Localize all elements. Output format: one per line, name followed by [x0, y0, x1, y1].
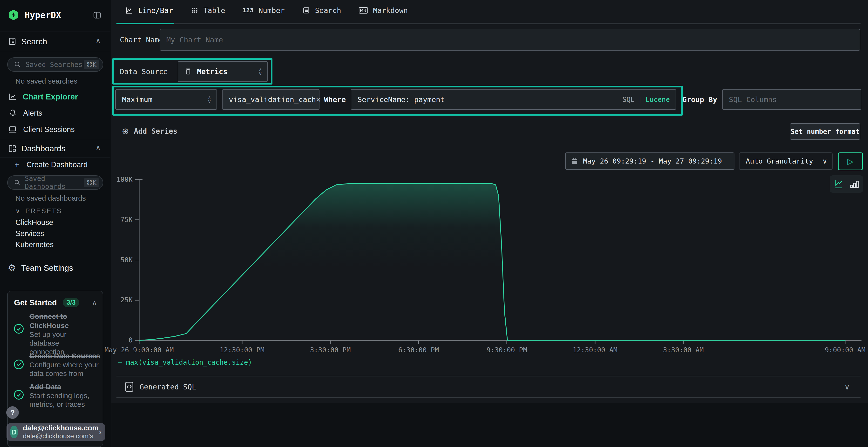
group-by-input[interactable]: SQL Columns	[722, 89, 861, 110]
item-desc: Configure where your	[29, 361, 99, 369]
logo[interactable]: HyperDX	[8, 9, 61, 21]
logo-text: HyperDX	[25, 10, 61, 20]
x-tick-label: 3:30:00 AM	[663, 346, 704, 354]
sidebar-item-team-settings[interactable]: ⚙ Team Settings	[8, 263, 73, 273]
search-list-icon	[302, 6, 310, 14]
item-desc: Start sending logs,	[29, 391, 89, 400]
presets-label: PRESETS	[25, 207, 62, 215]
chart-name-placeholder: My Chart Name	[166, 36, 223, 44]
aggregation-select[interactable]: Maximum ∧∨	[115, 89, 217, 110]
chevron-down-icon: ∨	[208, 100, 211, 103]
database-icon	[184, 67, 192, 76]
data-source-label: Data Source	[120, 67, 168, 76]
x-tick-label: May 26 9:00:00 AM	[105, 346, 174, 354]
chevron-up-icon: ∧	[95, 143, 101, 152]
chevron-up-icon: ∧	[92, 299, 97, 307]
presets-toggle[interactable]: ∨ PRESETS	[16, 207, 62, 215]
tab-markdown[interactable]: Markdown	[359, 6, 408, 15]
group-by-label: Group By	[682, 95, 717, 104]
chart-legend[interactable]: — max(visa_validation_cache.size)	[118, 358, 252, 366]
x-tick-label: 9:00:00 AM	[825, 346, 866, 354]
search-section-icon	[8, 37, 17, 46]
item-title: ClickHouse	[29, 321, 69, 330]
user-email: dale@clickhouse.com	[23, 424, 99, 432]
series-area-fill	[139, 184, 845, 340]
chart-name-label: Chart Name	[120, 36, 163, 44]
sidebar-item-chart-explorer[interactable]: Chart Explorer	[8, 92, 78, 102]
data-source-select[interactable]: Metrics ∧∨	[178, 61, 268, 82]
y-tick-label: 75K	[108, 216, 133, 224]
y-tick-label: 50K	[108, 256, 133, 264]
legend-dash-icon: —	[118, 358, 122, 366]
sql-mode-toggle[interactable]: SQL	[622, 96, 634, 104]
create-dashboard-button[interactable]: + Create Dashboard	[14, 160, 88, 169]
user-menu[interactable]: D dale@clickhouse.com dale@clickhouse.co…	[6, 423, 105, 441]
tab-table[interactable]: Table	[190, 6, 225, 15]
item-title: Create Data Sources	[29, 352, 100, 360]
item-desc: metrics, or traces	[29, 400, 85, 408]
item-desc: Set up your database	[29, 331, 66, 347]
tab-number[interactable]: 123 Number	[243, 6, 285, 15]
avatar: D	[10, 426, 18, 438]
saved-searches-input[interactable]: Saved Searches ⌘K	[7, 57, 103, 72]
metric-field-tag[interactable]: visa_validation_cach ×	[222, 89, 319, 110]
get-started-title: Get Started	[14, 298, 57, 307]
data-source-value: Metrics	[197, 67, 227, 76]
get-started-item[interactable]: Create Data Sources Configure where your…	[29, 351, 102, 378]
get-started-item[interactable]: Connect toClickHouse Set up your databas…	[29, 312, 97, 356]
tab-line-bar[interactable]: Line/Bar	[125, 6, 173, 15]
check-circle-icon	[13, 389, 24, 400]
line-chart-icon	[125, 6, 133, 15]
saved-dashboards-input[interactable]: Saved Dashboards ⌘K	[7, 175, 103, 190]
timeseries-chart[interactable]	[111, 149, 868, 390]
collapse-sidebar-icon[interactable]	[93, 11, 101, 19]
search-section-header[interactable]: Search ∧	[0, 32, 111, 51]
active-tab-indicator	[117, 23, 174, 24]
sidebar-item-client-sessions[interactable]: Client Sessions	[8, 125, 75, 134]
dashboards-label: Dashboards	[21, 144, 65, 153]
set-number-format-label: Set number format	[790, 128, 860, 136]
dashboards-icon	[8, 144, 17, 153]
add-series-button[interactable]: ⊕ Add Series	[122, 126, 178, 136]
chart-name-input[interactable]: My Chart Name	[160, 29, 860, 50]
check-circle-icon	[13, 359, 24, 370]
avatar-initial: D	[11, 428, 17, 436]
x-tick-label: 3:30:00 PM	[310, 346, 351, 354]
preset-kubernetes[interactable]: Kubernetes	[16, 240, 54, 249]
set-number-format-button[interactable]: Set number format	[790, 123, 860, 140]
search-section-label: Search	[21, 37, 47, 46]
search-icon	[14, 61, 21, 68]
help-button[interactable]: ?	[6, 406, 19, 419]
shortcut-badge: ⌘K	[84, 178, 99, 187]
search-icon	[14, 179, 21, 186]
saved-searches-placeholder: Saved Searches	[26, 61, 83, 69]
generated-sql-toggle[interactable]: Generated SQL ∨	[117, 376, 861, 397]
code-icon	[125, 381, 134, 392]
sidebar-item-alerts[interactable]: Alerts	[8, 108, 42, 118]
where-value: ServiceName: payment	[358, 95, 444, 104]
preset-services[interactable]: Services	[16, 229, 44, 238]
alerts-label: Alerts	[23, 109, 42, 117]
get-started-item[interactable]: Add Data Start sending logs,metrics, or …	[29, 382, 102, 409]
item-title: Add Data	[29, 383, 61, 391]
chart-explorer-label: Chart Explorer	[23, 92, 78, 101]
lucene-mode-toggle[interactable]: Lucene	[646, 96, 670, 104]
chevron-up-icon: ∧	[95, 36, 101, 45]
number-123-icon: 123	[243, 7, 254, 14]
y-tick-label: 100K	[108, 176, 133, 183]
divider	[117, 397, 861, 398]
x-tick-label: 12:30:00 AM	[572, 346, 617, 354]
tab-search[interactable]: Search	[302, 6, 341, 15]
client-sessions-label: Client Sessions	[23, 125, 75, 134]
markdown-icon	[359, 6, 368, 14]
dashboards-section-header[interactable]: Dashboards ∧	[0, 140, 111, 158]
x-tick-label: 12:30:00 PM	[220, 346, 264, 354]
sidebar: HyperDX Search ∧ Saved Searches	[0, 0, 112, 447]
preset-clickhouse[interactable]: ClickHouse	[16, 218, 53, 227]
tab-label: Markdown	[373, 6, 408, 15]
close-icon[interactable]: ×	[316, 95, 321, 104]
get-started-header[interactable]: Get Started 3/3 ∧	[14, 298, 97, 307]
table-icon	[190, 6, 199, 14]
x-tick-label: 9:30:00 PM	[487, 346, 527, 354]
where-input[interactable]: ServiceName: payment SQL | Lucene	[351, 89, 676, 110]
